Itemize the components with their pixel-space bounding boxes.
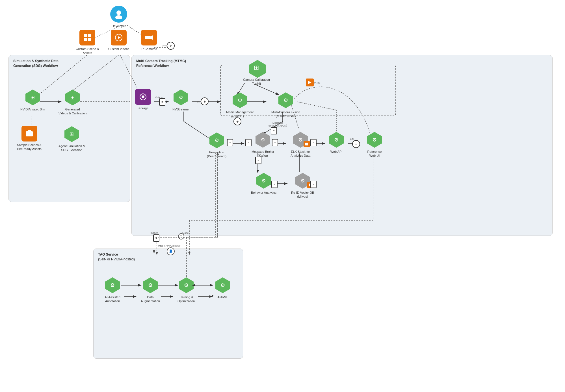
agent-sim-node: ⊞ Agent Simulation &SDG Extension — [59, 126, 85, 152]
training-opt-label: Training &Optimization — [177, 295, 195, 303]
sample-scenes-icon — [21, 126, 37, 141]
metadata-label: Metadata(protobuf/JSON) — [269, 121, 287, 127]
storage-label: Storage — [138, 106, 149, 110]
behavior-analytics-label: Behavior Analytics — [251, 191, 276, 195]
custom-scene-icon — [79, 30, 95, 45]
svg-rect-47 — [145, 36, 150, 39]
rtsp-circle-2: ⊗ — [201, 97, 209, 105]
custom-videos-node: Custom Videos — [108, 30, 129, 51]
isaac-sim-node: ⊞ NVIDIA Isaac Sim — [20, 89, 45, 111]
camera-toolkit-node: ⊞ Camera CalibrationToolkit — [243, 59, 270, 86]
rest-api-circle: 👤 — [167, 247, 175, 255]
svg-marker-46 — [118, 36, 121, 39]
doc-icon-4: ≡ — [272, 139, 278, 146]
web-api-icon: ⚙ — [328, 131, 345, 148]
nvstreamer-node: ⚙ NVStreamer — [172, 89, 190, 111]
generated-videos-node: ⊞ GeneratedVideos & Calibration — [59, 89, 86, 116]
rest-api-label: REST API Gateway — [158, 244, 180, 247]
storage-icon — [135, 89, 151, 105]
elk-stack-node: ⚙ ELK Stack forAnalytics Data — [291, 131, 310, 158]
training-opt-icon: ⚙ — [178, 277, 195, 294]
api-circle: ○ — [352, 140, 360, 148]
behavior-analytics-icon: ⚙ — [255, 172, 272, 189]
camera-toolkit-icon: ⊞ — [248, 59, 265, 76]
rtsp-circle-1: ⊗ — [167, 42, 175, 50]
doc-icon-5: ≡ — [310, 139, 317, 146]
multicam-fusion-node: ⚙ Multi-Camera Fusion(MTMC mode) — [271, 92, 300, 118]
reference-webui-node: ⚙ ReferenceWeb UI — [366, 131, 383, 158]
diagram-container: Simulation & Synthetic Data Generation (… — [0, 0, 565, 392]
svg-rect-52 — [28, 130, 31, 132]
generated-videos-icon: ⊞ — [64, 89, 81, 106]
sample-scenes-label: Sample Scenes &SimReady Assets — [17, 143, 42, 151]
automl-icon: ⚙ — [214, 277, 231, 294]
custom-videos-icon — [111, 30, 127, 45]
perception-label: Perception(DeepStream) — [207, 150, 226, 158]
custom-scene-label: Custom Scene &Assets — [76, 47, 99, 55]
reid-vector-label: Re-ID Vector DB(Milvus) — [291, 191, 314, 199]
perception-node: ⚙ Perception(DeepStream) — [207, 132, 226, 158]
developer-icon — [110, 6, 127, 23]
web-api-node: ⚙ Web API — [328, 131, 345, 154]
ip-cameras-node: IP Cameras — [141, 30, 157, 51]
ai-annotation-label: AI-AssistedAnnotation — [105, 295, 120, 303]
message-broker-label: Message Broker(Kafka) — [252, 150, 274, 158]
webrtc-icon — [306, 79, 314, 86]
doc-icon-7: ≡ — [271, 181, 278, 188]
doc-icon-6: ≡ — [255, 157, 261, 164]
sample-scenes-node: Sample Scenes &SimReady Assets — [17, 126, 42, 151]
doc-icon-8: ≡ — [310, 181, 317, 188]
training-opt-node: ⚙ Training &Optimization — [177, 277, 195, 303]
storage-node: Storage — [135, 89, 151, 110]
mtmc-title: Multi-Camera Tracking (MTMC) Reference W… — [136, 59, 186, 68]
rtsp-circle-3: ⊗ — [233, 117, 241, 125]
data-augmentation-label: DataAugmentation — [141, 295, 160, 303]
data-augmentation-icon: ⚙ — [142, 277, 159, 294]
doc-icon-2: ≡ — [227, 139, 233, 146]
reference-webui-icon: ⚙ — [366, 131, 383, 148]
svg-point-40 — [115, 15, 122, 19]
tao-section: TAO Service(Self- or NVIDIA-hosted) — [93, 249, 243, 359]
svg-rect-41 — [84, 34, 87, 37]
web-api-label: Web API — [330, 150, 343, 154]
isaac-sim-label: NVIDIA Isaac Sim — [20, 107, 45, 111]
elk-stack-label: ELK Stack forAnalytics Data — [291, 150, 310, 158]
custom-videos-label: Custom Videos — [108, 47, 129, 51]
automl-node: ⚙ AutoML — [214, 277, 231, 299]
svg-marker-58 — [308, 81, 311, 84]
sdg-title: Simulation & Synthetic Data Generation (… — [13, 59, 59, 68]
perception-icon: ⚙ — [208, 132, 225, 149]
svg-rect-44 — [88, 38, 91, 41]
svg-rect-43 — [84, 38, 87, 41]
media-mgmt-icon: ⚙ — [231, 92, 248, 109]
ip-cameras-label: IP Cameras — [141, 47, 157, 51]
svg-point-39 — [116, 10, 121, 15]
isaac-sim-icon: ⊞ — [24, 89, 41, 106]
nvstreamer-icon: ⚙ — [172, 89, 189, 106]
nvstreamer-label: NVStreamer — [172, 107, 190, 111]
svg-rect-42 — [88, 34, 91, 37]
agent-sim-label: Agent Simulation &SDG Extension — [59, 144, 85, 152]
api-label: API — [350, 138, 354, 141]
tao-title: TAO Service(Self- or NVIDIA-hosted) — [98, 252, 135, 262]
svg-point-55 — [142, 95, 144, 98]
developer-node: Developer — [110, 6, 127, 28]
doc-icon-3: ≡ — [245, 139, 252, 146]
multicam-fusion-icon: ⚙ — [277, 92, 294, 109]
doc-icon-1: ≡ — [159, 98, 165, 106]
data-augmentation-node: ⚙ DataAugmentation — [141, 277, 160, 303]
message-broker-icon: ⚙ — [254, 131, 271, 148]
developer-label: Developer — [112, 24, 126, 28]
media-mgmt-label: Media Management(VST) — [226, 110, 254, 118]
images-label: Images — [150, 232, 158, 234]
ai-annotation-icon: ⚙ — [104, 277, 121, 294]
doc-icon-metadata: ≡ — [271, 127, 277, 134]
automl-label: AutoML — [217, 295, 228, 299]
svg-marker-48 — [150, 35, 153, 40]
multicam-fusion-label: Multi-Camera Fusion(MTMC mode) — [271, 110, 300, 118]
svg-rect-51 — [26, 131, 33, 136]
generated-videos-label: GeneratedVideos & Calibration — [59, 107, 86, 116]
svg-rect-64 — [305, 143, 308, 145]
ip-cameras-icon — [141, 30, 157, 45]
camera-toolkit-label: Camera CalibrationToolkit — [243, 78, 270, 86]
